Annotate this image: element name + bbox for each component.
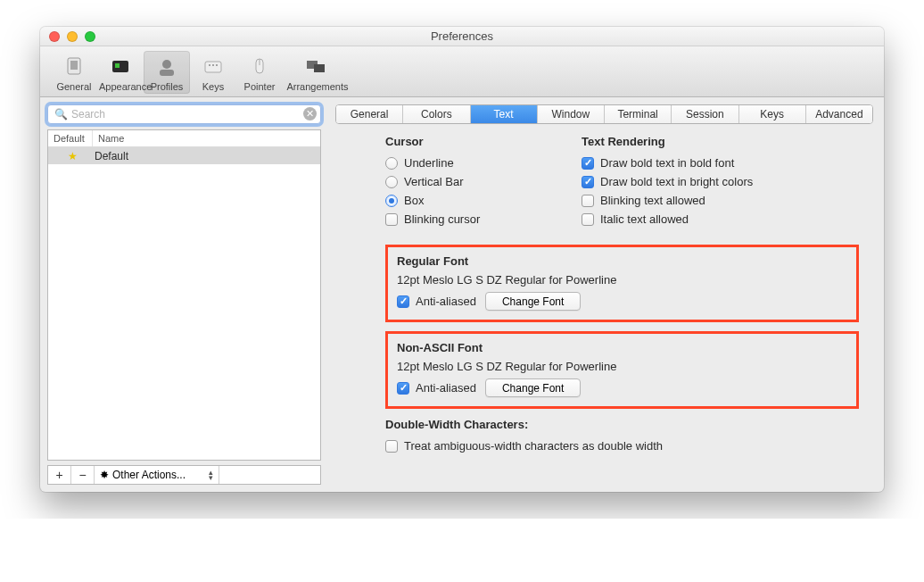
svg-point-4 — [162, 60, 171, 69]
other-actions-menu[interactable]: ✸ Other Actions... ▴▾ — [95, 466, 219, 484]
bold-font-checkbox[interactable]: Draw bold text in bold font — [582, 154, 753, 172]
tab-general[interactable]: General — [336, 105, 403, 123]
toolbar-appearance[interactable]: Appearance — [97, 51, 144, 94]
checkbox-icon — [385, 440, 398, 453]
svg-rect-1 — [70, 61, 78, 70]
search-input[interactable] — [47, 104, 321, 124]
chevron-updown-icon: ▴▾ — [209, 470, 213, 480]
ambiguous-width-checkbox[interactable]: Treat ambiguous-width characters as doub… — [385, 436, 859, 455]
text-rendering-heading: Text Rendering — [582, 135, 753, 148]
tab-advanced[interactable]: Advanced — [806, 105, 872, 123]
toolbar-profiles[interactable]: Profiles — [144, 51, 190, 94]
profile-name: Default — [93, 150, 128, 162]
change-regular-font-button[interactable]: Change Font — [485, 292, 581, 311]
profile-row[interactable]: ★ Default — [48, 147, 320, 164]
toolbar-pointer[interactable]: Pointer — [236, 51, 283, 94]
add-profile-button[interactable]: + — [48, 466, 71, 484]
tab-session[interactable]: Session — [672, 105, 738, 123]
clear-search-button[interactable]: ✕ — [303, 107, 317, 121]
change-nonascii-font-button[interactable]: Change Font — [485, 378, 581, 397]
svg-rect-5 — [160, 70, 174, 76]
remove-profile-button[interactable]: − — [71, 466, 95, 484]
radio-icon — [385, 176, 398, 188]
double-width-heading: Double-Width Characters: — [385, 418, 859, 431]
profile-tabs: General Colors Text Window Terminal Sess… — [335, 104, 873, 124]
nonascii-antialiased-checkbox[interactable]: Anti-aliased — [397, 381, 476, 395]
regular-font-heading: Regular Font — [397, 254, 847, 268]
header-default[interactable]: Default — [48, 130, 93, 146]
tab-keys[interactable]: Keys — [739, 105, 806, 123]
toolbar-general[interactable]: General — [51, 51, 97, 94]
tab-terminal[interactable]: Terminal — [605, 105, 672, 123]
regular-antialiased-checkbox[interactable]: Anti-aliased — [397, 295, 476, 308]
profile-list: Default Name ★ Default — [47, 129, 321, 461]
radio-icon — [385, 195, 398, 207]
gear-icon: ✸ — [100, 469, 109, 481]
sidebar: 🔍 ✕ Default Name ★ Default + − — [40, 97, 328, 492]
checkbox-icon — [397, 295, 409, 308]
search-icon: 🔍 — [54, 108, 68, 121]
svg-point-8 — [212, 64, 214, 66]
toolbar: General Appearance Profiles Keys Pointer… — [40, 46, 884, 97]
titlebar: Preferences — [40, 27, 884, 46]
bold-bright-checkbox[interactable]: Draw bold text in bright colors — [582, 172, 753, 191]
svg-point-9 — [216, 64, 218, 66]
pointer-icon — [238, 54, 281, 79]
blinking-cursor-checkbox[interactable]: Blinking cursor — [385, 210, 555, 229]
cursor-box-option[interactable]: Box — [385, 191, 555, 210]
cursor-underline-option[interactable]: Underline — [385, 154, 555, 172]
appearance-icon — [99, 54, 142, 79]
checkbox-icon — [582, 176, 594, 188]
svg-rect-13 — [314, 64, 325, 72]
nonascii-font-desc: 12pt Meslo LG S DZ Regular for Powerline — [397, 360, 847, 373]
nonascii-font-heading: Non-ASCII Font — [397, 341, 847, 354]
checkbox-icon — [582, 157, 594, 170]
tab-colors[interactable]: Colors — [403, 105, 470, 123]
profiles-icon — [145, 54, 188, 79]
checkbox-icon — [385, 213, 398, 226]
radio-icon — [385, 157, 398, 170]
general-icon — [53, 54, 95, 79]
checkbox-icon — [582, 213, 594, 226]
nonascii-font-section: Non-ASCII Font 12pt Meslo LG S DZ Regula… — [385, 331, 859, 409]
content-pane: General Colors Text Window Terminal Sess… — [328, 97, 884, 492]
blinking-text-checkbox[interactable]: Blinking text allowed — [582, 191, 753, 210]
checkbox-icon — [582, 195, 594, 207]
toolbar-arrangements[interactable]: Arrangements — [283, 51, 352, 94]
star-icon: ★ — [52, 150, 93, 162]
tab-text[interactable]: Text — [471, 105, 538, 123]
svg-rect-2 — [112, 61, 128, 72]
preferences-window: Preferences General Appearance Profiles … — [40, 27, 884, 492]
keys-icon — [192, 54, 235, 79]
regular-font-desc: 12pt Meslo LG S DZ Regular for Powerline — [397, 273, 847, 287]
window-title: Preferences — [40, 29, 884, 43]
tab-window[interactable]: Window — [538, 105, 605, 123]
regular-font-section: Regular Font 12pt Meslo LG S DZ Regular … — [385, 245, 859, 322]
svg-rect-3 — [115, 63, 120, 68]
svg-point-7 — [209, 64, 210, 66]
header-name[interactable]: Name — [93, 130, 320, 146]
italic-text-checkbox[interactable]: Italic text allowed — [582, 210, 753, 229]
list-header: Default Name — [48, 130, 320, 147]
cursor-heading: Cursor — [385, 135, 555, 148]
svg-rect-6 — [205, 62, 221, 72]
arrangements-icon — [285, 54, 351, 79]
checkbox-icon — [397, 382, 409, 395]
cursor-vertical-option[interactable]: Vertical Bar — [385, 172, 555, 191]
list-toolbar: + − ✸ Other Actions... ▴▾ — [47, 465, 321, 485]
toolbar-keys[interactable]: Keys — [190, 51, 236, 94]
